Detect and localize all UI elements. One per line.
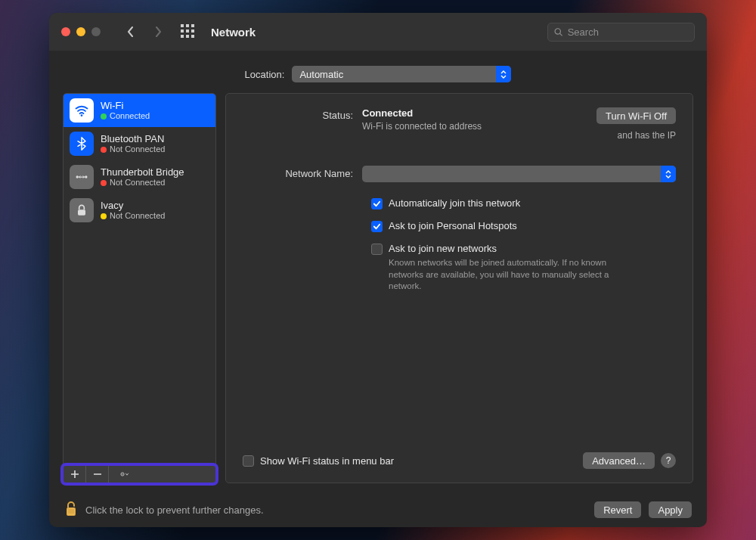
advanced-button[interactable]: Advanced… xyxy=(583,452,655,469)
status-ip-text: and has the IP xyxy=(618,130,676,141)
location-select[interactable]: Automatic xyxy=(292,66,511,82)
service-actions-button[interactable] xyxy=(109,465,141,483)
close-window-button[interactable] xyxy=(61,27,70,36)
forward-button[interactable] xyxy=(147,21,169,42)
content-area: Wi-Fi Connected Bluetooth PAN Not Connec… xyxy=(49,93,707,492)
menubar-label: Show Wi-Fi status in menu bar xyxy=(260,455,394,467)
service-name: Ivacy xyxy=(101,200,165,212)
revert-button[interactable]: Revert xyxy=(594,501,641,518)
svg-rect-4 xyxy=(186,29,189,33)
svg-point-13 xyxy=(85,175,87,178)
svg-point-16 xyxy=(122,473,122,474)
service-item-bluetooth[interactable]: Bluetooth PAN Not Connected xyxy=(64,127,215,160)
service-name: Wi-Fi xyxy=(101,100,150,112)
show-all-icon[interactable] xyxy=(181,24,194,40)
svg-point-11 xyxy=(81,114,83,116)
apply-button[interactable]: Apply xyxy=(649,501,692,518)
svg-point-18 xyxy=(122,473,123,474)
status-dot-icon xyxy=(101,180,107,186)
footer: Click the lock to prevent further change… xyxy=(49,492,707,527)
network-preferences-window: Network Location: Automatic xyxy=(49,13,707,527)
new-networks-checkbox[interactable] xyxy=(371,244,383,255)
location-row: Location: Automatic xyxy=(49,51,707,93)
svg-rect-2 xyxy=(191,24,194,27)
traffic-lights xyxy=(61,27,101,36)
svg-rect-5 xyxy=(191,29,194,33)
hotspot-checkbox[interactable] xyxy=(371,221,383,232)
wifi-icon xyxy=(70,98,94,123)
status-dot-icon xyxy=(101,147,107,153)
lock-icon xyxy=(70,198,94,222)
new-networks-label: Ask to join new networks xyxy=(389,243,623,254)
status-dot-icon xyxy=(101,113,107,119)
back-button[interactable] xyxy=(120,21,141,42)
detail-panel: Status: Connected Wi-Fi is connected to … xyxy=(225,93,693,483)
svg-rect-1 xyxy=(186,24,189,27)
select-arrows-icon xyxy=(496,66,511,82)
service-status: Not Connected xyxy=(110,211,165,221)
search-field-container[interactable] xyxy=(547,23,695,42)
new-networks-subtext: Known networks will be joined automatica… xyxy=(389,257,623,293)
service-sidebar: Wi-Fi Connected Bluetooth PAN Not Connec… xyxy=(63,93,216,483)
status-dot-icon xyxy=(101,213,107,219)
menubar-checkbox[interactable] xyxy=(243,455,254,467)
service-status: Connected xyxy=(110,111,150,121)
search-input[interactable] xyxy=(568,26,688,38)
svg-rect-3 xyxy=(181,29,184,33)
svg-rect-14 xyxy=(78,209,85,216)
titlebar: Network xyxy=(49,13,707,51)
location-label: Location: xyxy=(245,69,285,80)
service-item-wifi[interactable]: Wi-Fi Connected xyxy=(64,94,215,127)
svg-rect-20 xyxy=(67,508,75,515)
add-service-button[interactable] xyxy=(64,465,86,483)
service-item-thunderbolt[interactable]: Thunderbolt Bridge Not Connected xyxy=(64,160,215,194)
svg-point-17 xyxy=(122,473,123,474)
network-name-select[interactable] xyxy=(362,166,676,182)
service-name: Thunderbolt Bridge xyxy=(101,166,184,178)
status-label: Status: xyxy=(243,107,362,121)
service-status: Not Connected xyxy=(110,178,165,188)
status-subtext: Wi-Fi is connected to address xyxy=(362,120,498,132)
help-button[interactable]: ? xyxy=(661,453,676,468)
svg-rect-0 xyxy=(181,24,184,27)
service-status: Not Connected xyxy=(110,144,165,154)
service-controls xyxy=(63,465,216,483)
lock-button[interactable] xyxy=(64,501,78,520)
thunderbolt-icon xyxy=(70,165,94,189)
svg-rect-7 xyxy=(186,35,189,38)
select-arrows-icon xyxy=(661,166,676,182)
svg-rect-8 xyxy=(191,35,194,38)
zoom-window-button[interactable] xyxy=(91,27,101,36)
svg-point-12 xyxy=(76,175,79,178)
status-value: Connected xyxy=(362,107,596,119)
hotspot-label: Ask to join Personal Hotspots xyxy=(389,220,517,231)
location-value: Automatic xyxy=(299,69,343,80)
svg-line-10 xyxy=(560,33,562,36)
window-title: Network xyxy=(211,26,256,39)
network-name-label: Network Name: xyxy=(243,166,362,179)
service-list: Wi-Fi Connected Bluetooth PAN Not Connec… xyxy=(63,93,216,465)
wifi-toggle-button[interactable]: Turn Wi-Fi Off xyxy=(596,107,676,124)
auto-join-label: Automatically join this network xyxy=(389,197,520,209)
bluetooth-icon xyxy=(70,132,94,156)
lock-text: Click the lock to prevent further change… xyxy=(85,504,264,516)
service-name: Bluetooth PAN xyxy=(101,133,165,145)
auto-join-checkbox[interactable] xyxy=(371,198,383,209)
minimize-window-button[interactable] xyxy=(76,27,85,36)
remove-service-button[interactable] xyxy=(86,465,109,483)
svg-rect-6 xyxy=(181,35,184,38)
service-item-ivacy[interactable]: Ivacy Not Connected xyxy=(64,194,215,227)
search-icon xyxy=(554,27,563,37)
